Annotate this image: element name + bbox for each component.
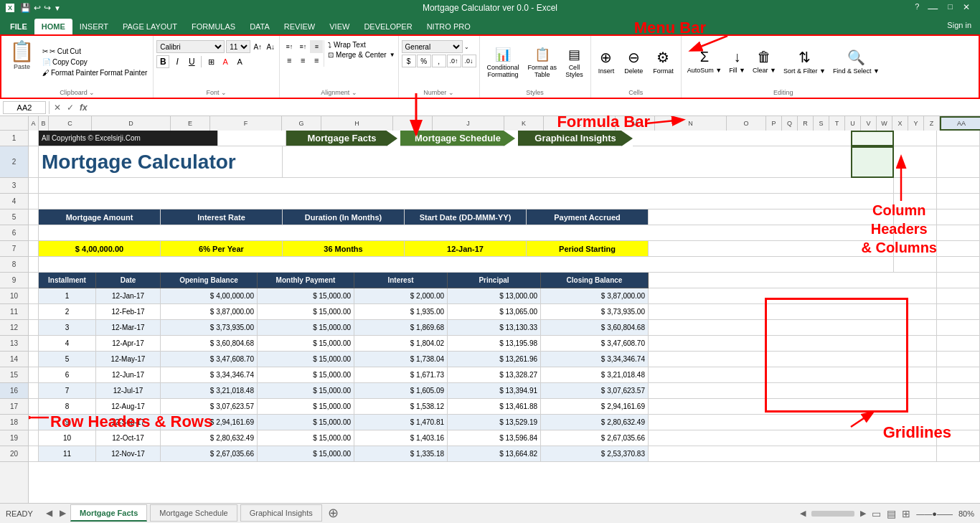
merge-dropdown[interactable]: ▼ xyxy=(390,52,395,58)
cell-date-16[interactable]: 12-Jul-17 xyxy=(96,383,161,399)
title-icon-undo[interactable]: ↩ xyxy=(34,3,41,13)
cell-monthly-13[interactable]: $ 15,000.00 xyxy=(258,336,354,352)
col-header-n[interactable]: N xyxy=(655,116,727,131)
cell-closing-11[interactable]: $ 3,73,935.00 xyxy=(541,304,649,320)
cell-monthly-18[interactable]: $ 15,000.00 xyxy=(258,415,354,430)
font-color-button[interactable]: A xyxy=(233,55,246,68)
clear-button[interactable]: 🗑 Clear ▼ xyxy=(750,46,779,77)
comma-button[interactable]: % xyxy=(417,55,431,67)
align-left[interactable]: ≡ xyxy=(283,54,296,67)
cell-installment-14[interactable]: 5 xyxy=(39,352,96,367)
col-header-y[interactable]: Y xyxy=(908,116,924,131)
row-header-1[interactable]: 1 xyxy=(0,131,28,146)
align-top-center[interactable]: ≡↑ xyxy=(296,40,309,53)
wrap-text-button[interactable]: ⤵ Wrap Text xyxy=(326,40,395,50)
row-header-3[interactable]: 3 xyxy=(0,178,28,194)
cell-date-19[interactable]: 12-Oct-17 xyxy=(96,430,161,446)
copy-button[interactable]: 📄 CopyCopy xyxy=(41,57,149,67)
cell-date-18[interactable]: 12-Sep-17 xyxy=(96,415,161,430)
percent-button[interactable]: $ xyxy=(402,55,416,67)
align-center[interactable]: ≡ xyxy=(296,54,309,67)
cell-ab2[interactable] xyxy=(894,146,937,178)
nav-mortgage-schedule[interactable]: Mortgage Schedule xyxy=(400,131,515,146)
row-header-17[interactable]: 17 xyxy=(0,399,28,415)
row-header-18[interactable]: 18 xyxy=(0,415,28,430)
font-size-select[interactable]: 11 xyxy=(226,40,250,53)
align-top-right[interactable]: ≡ xyxy=(310,40,323,53)
cell-monthly-15[interactable]: $ 15,000.00 xyxy=(258,367,354,383)
increase-font-button[interactable]: A↑ xyxy=(252,41,263,52)
cell-installment-18[interactable]: 9 xyxy=(39,415,96,430)
confirm-formula-icon[interactable]: ✓ xyxy=(65,103,75,113)
cell-ac2[interactable] xyxy=(937,146,980,178)
sheet-tab-graphical-insights[interactable]: Graphical Insights xyxy=(240,504,322,522)
col-header-z[interactable]: Z xyxy=(924,116,940,131)
row-header-6[interactable]: 6 xyxy=(0,225,28,241)
cell-monthly-16[interactable]: $ 15,000.00 xyxy=(258,383,354,399)
number-format-dropdown[interactable]: ⌄ xyxy=(464,44,469,50)
row-header-7[interactable]: 7 xyxy=(0,241,28,257)
cell-monthly-20[interactable]: $ 15,000.00 xyxy=(258,446,354,462)
cell-principal-13[interactable]: $ 13,195.98 xyxy=(448,336,541,352)
page-layout-view-button[interactable]: ▤ xyxy=(887,508,896,519)
cell-closing-12[interactable]: $ 3,60,804.68 xyxy=(541,320,649,336)
delete-button[interactable]: ⊖ Delete xyxy=(620,46,647,77)
cell-opening-12[interactable]: $ 3,73,935.00 xyxy=(161,320,258,336)
comma-style-button[interactable]: , xyxy=(432,55,446,67)
find-select-button[interactable]: 🔍 Find & Select ▼ xyxy=(830,46,882,77)
cell-monthly-19[interactable]: $ 15,000.00 xyxy=(258,430,354,446)
col-header-e[interactable]: E xyxy=(171,116,210,131)
title-icon-redo[interactable]: ↪ xyxy=(44,3,51,13)
cell-date-11[interactable]: 12-Feb-17 xyxy=(96,304,161,320)
conditional-formatting-button[interactable]: 📊 xyxy=(495,47,511,62)
cell-installment-13[interactable]: 4 xyxy=(39,336,96,352)
cell-interest-20[interactable]: $ 1,335.18 xyxy=(354,446,448,462)
cell-aa2[interactable] xyxy=(851,146,894,178)
cell-monthly-10[interactable]: $ 15,000.00 xyxy=(258,288,354,304)
tab-review[interactable]: REVIEW xyxy=(277,19,322,34)
col-header-u[interactable]: U xyxy=(845,116,861,131)
insert-button[interactable]: ⊕ Insert xyxy=(594,46,619,77)
cell-installment-12[interactable]: 3 xyxy=(39,320,96,336)
cell-date-13[interactable]: 12-Apr-17 xyxy=(96,336,161,352)
status-scrollbar-right[interactable]: ▶ xyxy=(860,509,866,518)
col-header-h[interactable]: H xyxy=(321,116,393,131)
cell-closing-10[interactable]: $ 3,87,000.00 xyxy=(541,288,649,304)
add-sheet-button[interactable]: ⊕ xyxy=(325,504,342,522)
col-header-p[interactable]: P xyxy=(766,116,782,131)
cell-installment-20[interactable]: 11 xyxy=(39,446,96,462)
sort-filter-button[interactable]: ⇅ Sort & Filter ▼ xyxy=(781,46,829,77)
col-header-b[interactable]: B xyxy=(39,116,49,131)
row-header-14[interactable]: 14 xyxy=(0,352,28,367)
cell-installment-15[interactable]: 6 xyxy=(39,367,96,383)
title-icon-save[interactable]: 💾 xyxy=(20,3,31,13)
normal-view-button[interactable]: ▭ xyxy=(872,508,881,519)
row-header-11[interactable]: 11 xyxy=(0,304,28,320)
cell-monthly-14[interactable]: $ 15,000.00 xyxy=(258,352,354,367)
cell-date-17[interactable]: 12-Aug-17 xyxy=(96,399,161,415)
cell-monthly-12[interactable]: $ 15,000.00 xyxy=(258,320,354,336)
cell-interest-13[interactable]: $ 1,804.02 xyxy=(354,336,448,352)
title-icon-dropdown[interactable]: ▼ xyxy=(54,4,61,12)
zoom-slider[interactable]: ——●—— xyxy=(916,509,953,518)
sheet-tab-mortgage-facts[interactable]: Mortgage Facts xyxy=(70,504,147,522)
cell-monthly-11[interactable]: $ 15,000.00 xyxy=(258,304,354,320)
cell-opening-20[interactable]: $ 2,67,035.66 xyxy=(161,446,258,462)
cell-opening-11[interactable]: $ 3,87,000.00 xyxy=(161,304,258,320)
cell-interest-17[interactable]: $ 1,538.12 xyxy=(354,399,448,415)
cell-interest-16[interactable]: $ 1,605.09 xyxy=(354,383,448,399)
cell-principal-16[interactable]: $ 13,394.91 xyxy=(448,383,541,399)
cell-installment-10[interactable]: 1 xyxy=(39,288,96,304)
col-header-aa[interactable]: AA xyxy=(940,116,980,131)
row-header-10[interactable]: 10 xyxy=(0,288,28,304)
row-header-2[interactable]: 2 xyxy=(0,146,28,178)
number-format-select[interactable]: General xyxy=(402,40,463,53)
cell-principal-17[interactable]: $ 13,461.88 xyxy=(448,399,541,415)
font-name-select[interactable]: Calibri xyxy=(156,40,225,53)
insert-function-icon[interactable]: fx xyxy=(78,103,89,113)
col-header-w[interactable]: W xyxy=(877,116,892,131)
paste-button[interactable]: 📋 Paste xyxy=(4,37,39,86)
increase-decimal[interactable]: .0↑ xyxy=(447,55,461,67)
row-header-16[interactable]: 16 xyxy=(0,383,28,399)
cell-interest-14[interactable]: $ 1,738.04 xyxy=(354,352,448,367)
